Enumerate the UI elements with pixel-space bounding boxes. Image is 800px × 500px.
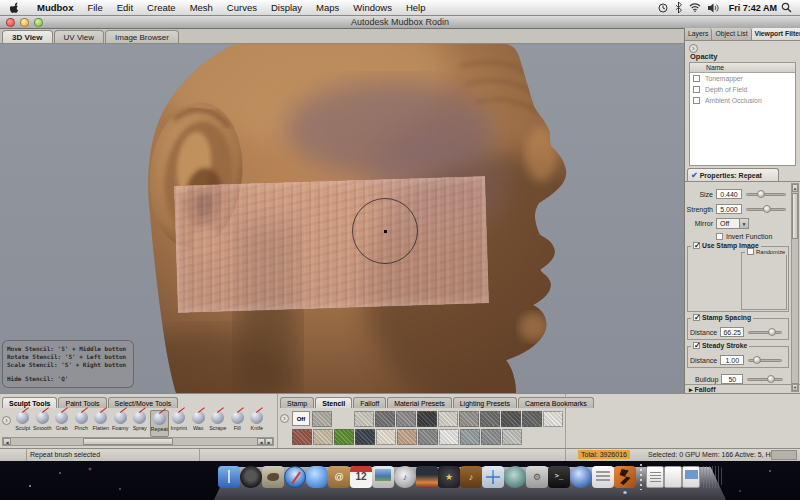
tab-3d-view[interactable]: 3D View	[2, 30, 53, 43]
stencil-thumb[interactable]	[292, 429, 312, 445]
tool-foamy[interactable]: Foamy	[111, 410, 131, 437]
mudbox-dock-icon[interactable]	[614, 466, 636, 488]
filter-row-depth-of-field[interactable]: Depth of Field	[690, 84, 795, 95]
terminal-dock-icon[interactable]: >_	[548, 466, 570, 488]
stencil-thumb[interactable]	[396, 411, 416, 427]
volume-menu-icon[interactable]	[708, 3, 719, 13]
stencil-thumb[interactable]	[502, 429, 522, 445]
bluetooth-menu-icon[interactable]	[675, 2, 682, 13]
tool-spray[interactable]: Spray	[130, 410, 150, 437]
stencil-thumb[interactable]	[438, 411, 458, 427]
buildup-input[interactable]: 50	[721, 374, 743, 384]
menu-curves[interactable]: Curves	[220, 2, 264, 13]
menu-file[interactable]: File	[80, 2, 109, 13]
idvd-dock-icon[interactable]: ★	[438, 466, 460, 488]
tools-scroll-thumb[interactable]	[83, 438, 173, 445]
scroll-up-icon[interactable]: ▲	[792, 184, 798, 192]
tool-flatten[interactable]: Flatten	[91, 410, 111, 437]
menu-edit[interactable]: Edit	[110, 2, 140, 13]
tool-tray-hscrollbar[interactable]: ◀ ◀▶	[2, 437, 274, 446]
apple-menu-icon[interactable]	[10, 2, 20, 13]
tab-lighting-presets[interactable]: Lighting Presets	[453, 397, 517, 408]
filter-row-ambient-occlusion[interactable]: Ambient Occlusion	[690, 95, 795, 106]
system-preferences-dock-icon[interactable]: ⚙	[526, 466, 548, 488]
tool-tray-expander-icon[interactable]: ›	[2, 416, 11, 425]
tonemapper-checkbox[interactable]	[693, 75, 700, 82]
tab-layers[interactable]: Layers	[685, 28, 712, 40]
tool-sculpt[interactable]: Sculpt	[13, 410, 33, 437]
stencil-thumb[interactable]	[460, 429, 480, 445]
steady-distance-slider[interactable]	[748, 359, 782, 362]
stencil-thumb[interactable]	[543, 411, 563, 427]
scroll-thumb[interactable]	[792, 193, 798, 239]
menu-help[interactable]: Help	[399, 2, 433, 13]
dashboard-dock-icon[interactable]	[240, 466, 262, 488]
spotlight-icon[interactable]	[781, 2, 792, 13]
tab-select-move-tools[interactable]: Select/Move Tools	[108, 397, 179, 408]
stamp-distance-slider[interactable]	[748, 331, 782, 334]
randomize-checkbox[interactable]	[747, 248, 754, 255]
strength-input[interactable]: 5.000	[716, 204, 742, 214]
stencil-thumb[interactable]	[397, 429, 417, 445]
iphoto-dock-icon[interactable]	[372, 466, 394, 488]
iweb-dock-icon[interactable]	[570, 466, 592, 488]
menu-windows[interactable]: Windows	[346, 2, 399, 13]
tool-scrape[interactable]: Scrape	[208, 410, 228, 437]
tab-object-list[interactable]: Object List	[712, 28, 751, 40]
stencil-thumb[interactable]	[376, 429, 396, 445]
tool-smooth[interactable]: Smooth	[33, 410, 53, 437]
tab-material-presets[interactable]: Material Presets	[387, 397, 452, 408]
tab-falloff[interactable]: Falloff	[353, 397, 386, 408]
aperture-dock-icon[interactable]	[416, 466, 438, 488]
stencil-thumb[interactable]	[480, 411, 500, 427]
properties-header[interactable]: ✔Properties: Repeat	[687, 168, 779, 181]
stencil-thumb[interactable]	[313, 429, 333, 445]
stencil-off-button[interactable]: Off	[292, 411, 310, 426]
tab-stamp[interactable]: Stamp	[280, 397, 314, 408]
list-header-name[interactable]: Name	[690, 63, 795, 73]
tools-scroll-left-icon[interactable]: ◀	[3, 438, 11, 445]
depth-of-field-checkbox[interactable]	[693, 86, 700, 93]
tab-sculpt-tools[interactable]: Sculpt Tools	[2, 397, 57, 408]
trash-dock-icon[interactable]	[700, 466, 722, 488]
stencil-thumb[interactable]	[417, 411, 437, 427]
spaces-dock-icon[interactable]	[482, 466, 504, 488]
wifi-menu-icon[interactable]	[689, 3, 701, 12]
document-dock-icon-3[interactable]	[682, 466, 700, 488]
ical-dock-icon[interactable]: 12	[350, 466, 372, 488]
falloff-section-header[interactable]: ▸ Falloff	[685, 384, 800, 393]
clock-menu-icon[interactable]	[658, 3, 668, 13]
stencil-thumb[interactable]	[481, 429, 501, 445]
tab-uv-view[interactable]: UV View	[54, 30, 105, 43]
invert-function-checkbox[interactable]	[716, 233, 723, 240]
stencil-thumb[interactable]	[355, 429, 375, 445]
stencil-thumb[interactable]	[375, 411, 395, 427]
tools-scroll-right-icon[interactable]: ▶	[265, 438, 273, 445]
size-input[interactable]: 0.440	[716, 189, 742, 199]
tab-image-browser[interactable]: Image Browser	[105, 30, 179, 43]
tab-stencil[interactable]: Stencil	[315, 397, 352, 408]
tab-paint-tools[interactable]: Paint Tools	[58, 397, 106, 408]
menu-create[interactable]: Create	[140, 2, 183, 13]
tool-repeat[interactable]: Repeat	[150, 410, 170, 437]
stencil-thumb[interactable]	[334, 429, 354, 445]
menu-clock[interactable]: Fri 7:42 AM	[725, 3, 781, 13]
stamp-spacing-checkbox[interactable]	[693, 314, 700, 321]
itunes-dock-icon[interactable]: ♪	[394, 466, 416, 488]
status-resize-grip[interactable]	[771, 450, 797, 460]
stencil-thumb[interactable]	[354, 411, 374, 427]
mirror-dropdown[interactable]: Off ▼	[716, 218, 749, 229]
stencil-tray-expander-icon[interactable]: ›	[280, 414, 289, 423]
filter-row-tonemapper[interactable]: Tonemapper	[690, 73, 795, 84]
properties-scrollbar[interactable]: ▲ ▼	[791, 183, 799, 392]
menu-maps[interactable]: Maps	[309, 2, 346, 13]
ichat-dock-icon[interactable]	[306, 466, 328, 488]
preview-dock-icon[interactable]	[262, 466, 284, 488]
window-title-bar[interactable]: Autodesk Mudbox Rodin	[0, 16, 800, 29]
menu-mesh[interactable]: Mesh	[183, 2, 220, 13]
tool-imprint[interactable]: Imprint	[169, 410, 189, 437]
tab-viewport-filters[interactable]: Viewport Filters	[752, 28, 800, 40]
3d-viewport[interactable]: Move Stencil: 'S' + Middle button Rotate…	[0, 44, 684, 393]
size-slider[interactable]	[746, 193, 786, 196]
document-dock-icon-1[interactable]	[646, 466, 664, 488]
